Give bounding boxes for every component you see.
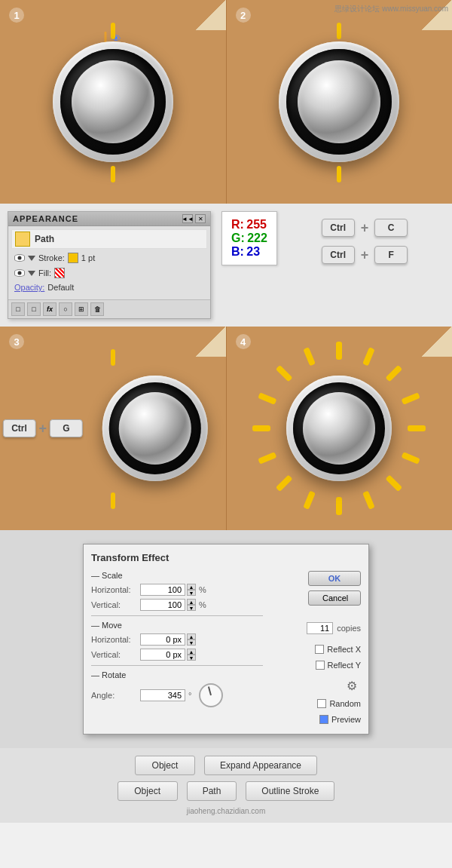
scale-v-input[interactable] — [140, 599, 185, 611]
fold-corner-4 — [422, 327, 452, 357]
move-v-down[interactable]: ▼ — [187, 655, 196, 661]
panel-controls[interactable]: ◄◄ ✕ — [182, 214, 206, 223]
dialog-left: — Scale Horizontal: ▲ ▼ % Vertical: ▲ — [91, 571, 263, 726]
object-btn-1[interactable]: Object — [135, 756, 195, 775]
key-ctrl-1[interactable]: Ctrl — [322, 219, 355, 237]
opacity-label[interactable]: Opacity: — [14, 283, 44, 292]
move-v-input[interactable] — [140, 649, 185, 661]
plus-3: + — [38, 421, 47, 437]
scale-v-down[interactable]: ▼ — [187, 605, 196, 611]
reflect-y-checkbox[interactable] — [316, 661, 325, 670]
scale-h-input[interactable] — [140, 584, 185, 596]
yellow-dash-bottom-1 — [111, 166, 115, 182]
move-h-stepper[interactable]: ▲ ▼ — [187, 633, 196, 646]
shortcut-row-1: Ctrl + C — [322, 219, 408, 237]
object-btn-2[interactable]: Object — [118, 781, 178, 801]
site-credit: jiaoheng.chazidian.com — [187, 807, 266, 815]
rgb-g-label: G: — [231, 232, 245, 244]
sunburst-dash — [252, 425, 270, 431]
path-btn[interactable]: Path — [187, 781, 237, 801]
plus-2: + — [361, 247, 369, 263]
knob-inner-2 — [298, 60, 380, 143]
move-label: — Move — [91, 621, 263, 630]
sunburst-dash — [336, 497, 342, 515]
panel-3-number: 3 — [9, 334, 24, 349]
yellow-dash-top-2 — [337, 23, 341, 39]
knob-inner-4 — [303, 392, 375, 465]
panel-4-number: 4 — [236, 334, 251, 349]
knob-black-3 — [109, 382, 201, 474]
key-c[interactable]: C — [374, 219, 408, 237]
fill-swatch[interactable] — [54, 268, 65, 278]
ctrl-g-overlay: Ctrl + G — [2, 419, 83, 437]
scale-h-stepper[interactable]: ▲ ▼ — [187, 584, 196, 596]
sunburst-dash — [402, 392, 420, 405]
ok-button[interactable]: OK — [308, 571, 361, 586]
sunburst-dash — [362, 491, 375, 510]
copies-input[interactable] — [307, 622, 333, 634]
stroke-color-swatch[interactable] — [68, 253, 78, 263]
toolbar-icon-trash[interactable]: 🗑 — [90, 302, 104, 316]
random-checkbox[interactable] — [317, 699, 326, 708]
toolbar-icon-fx[interactable]: fx — [43, 302, 56, 316]
move-h-up[interactable]: ▲ — [187, 633, 196, 639]
outline-stroke-btn[interactable]: Outline Stroke — [246, 781, 334, 801]
key-g[interactable]: G — [50, 419, 83, 437]
reflect-x-checkbox[interactable] — [315, 645, 324, 654]
appearance-titlebar: APPEARANCE ◄◄ ✕ — [8, 212, 210, 226]
toolbar-icon-grid[interactable]: ⊞ — [75, 302, 88, 316]
rgb-b-value: 23 — [246, 245, 260, 258]
scale-v-label: Vertical: — [91, 600, 140, 609]
yellow-dash-bottom-3 — [111, 492, 115, 509]
sunburst-dash — [336, 342, 342, 360]
panel-3: 3 Ctrl + G — [0, 327, 227, 530]
rgb-g-row: G: 222 — [231, 232, 267, 245]
angle-input[interactable] — [140, 689, 185, 701]
key-ctrl-2[interactable]: Ctrl — [322, 246, 355, 264]
close-btn[interactable]: ✕ — [195, 214, 206, 223]
rgb-g-value: 222 — [247, 232, 267, 244]
scale-v-up[interactable]: ▲ — [187, 599, 196, 605]
move-h-input[interactable] — [140, 633, 185, 646]
yellow-dash-bottom-2 — [337, 166, 341, 182]
reflect-x-row: Reflect X — [315, 645, 361, 654]
toolbar-icon-2[interactable]: □ — [27, 302, 41, 316]
expand-appearance-btn[interactable]: Expand Appearance — [204, 756, 317, 775]
toolbar-icon-1[interactable]: □ — [11, 302, 25, 316]
move-h-label: Horizontal: — [91, 635, 140, 644]
scale-h-up[interactable]: ▲ — [187, 584, 196, 590]
top-panels: 1 👁 2 — [0, 0, 452, 204]
move-v-up[interactable]: ▲ — [187, 649, 196, 655]
panel-1: 1 👁 — [0, 0, 227, 204]
cancel-button[interactable]: Cancel — [308, 590, 361, 606]
gear-icon: ⚙ — [343, 676, 361, 695]
yellow-dash-top-3 — [111, 349, 115, 366]
key-f[interactable]: F — [374, 246, 408, 264]
eye-icon-stroke — [14, 254, 25, 262]
shortcut-row-2: Ctrl + F — [322, 246, 408, 264]
knob-black-ring-2 — [286, 49, 392, 155]
panel-1-number: 1 — [9, 8, 24, 23]
knob-outer-4 — [286, 376, 392, 481]
angle-row: Angle: ° — [91, 683, 263, 707]
scale-h-down[interactable]: ▼ — [187, 590, 196, 596]
move-v-stepper[interactable]: ▲ ▼ — [187, 649, 196, 661]
rotate-circle[interactable] — [199, 683, 223, 707]
eye-icon-fill — [14, 269, 25, 277]
scale-v-stepper[interactable]: ▲ ▼ — [187, 599, 196, 611]
sunburst-dash — [408, 425, 426, 431]
btn-row-1: Object Expand Appearance — [135, 756, 317, 775]
preview-checkbox[interactable] — [319, 715, 328, 724]
move-v-label: Vertical: — [91, 650, 140, 659]
opacity-row: Opacity: Default — [11, 281, 207, 293]
sunburst-dash — [258, 392, 276, 405]
rgb-r-label: R: — [231, 218, 244, 231]
path-label: Path — [35, 234, 54, 244]
key-ctrl-3[interactable]: Ctrl — [2, 419, 35, 437]
bottom-panels: 3 Ctrl + G 4 — [0, 327, 452, 530]
collapse-btn[interactable]: ◄◄ — [182, 214, 193, 223]
toolbar-icon-circle[interactable]: ○ — [59, 302, 72, 316]
knob-outer-ring-1 — [53, 41, 173, 162]
move-h-down[interactable]: ▼ — [187, 639, 196, 646]
preview-label: Preview — [331, 715, 361, 724]
